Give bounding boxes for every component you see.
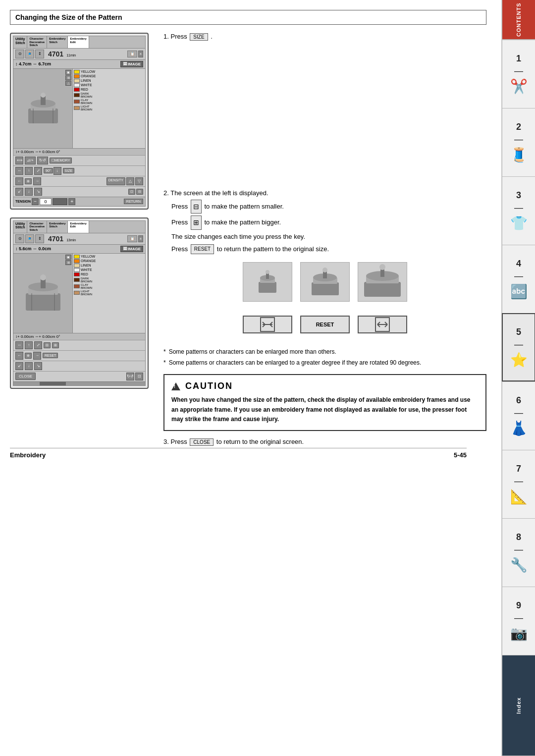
ms1-btn-down-r[interactable]: ↘: [34, 188, 42, 196]
step-2-line1: Press ⊟ to make the pattern smaller.: [171, 200, 486, 214]
sidebar-tab-contents[interactable]: CONTENTS: [502, 0, 535, 40]
step-2-line4: Press RESET to return the pattern to the…: [171, 244, 486, 255]
size-img-small: [243, 262, 292, 302]
ms1-tension-value: 0: [40, 198, 52, 205]
ms1-btn-right[interactable]: →: [33, 177, 41, 185]
ms1-time: 11min: [66, 54, 76, 57]
ms1-btn-up[interactable]: ↑: [25, 167, 33, 175]
ms2-btn-row-1: ↔ ↑ ⤢ ⊟ ⊞: [13, 340, 145, 350]
sidebar-tab-5[interactable]: 5 — ⭐: [502, 313, 535, 381]
sidebar-tab-8[interactable]: 8 — 🔧: [502, 518, 535, 587]
sidebar-tab-7[interactable]: 7 — 📐: [502, 450, 535, 518]
ms1-return-btn[interactable]: RETURN: [124, 199, 143, 204]
caution-triangle-icon: !: [171, 382, 180, 390]
close-button-ref[interactable]: CLOSE: [190, 438, 214, 446]
ms1-btn-row-3: ← ⊕ → DENSITY △ ▽: [13, 176, 145, 186]
sidebar-tab-3[interactable]: 3 — 👕: [502, 176, 535, 245]
caution-box: ! CAUTION When you have changed the size…: [163, 374, 486, 431]
bullet-notes: * Some patterns or characters can be enl…: [163, 347, 486, 367]
ms2-center-btn[interactable]: ⊕: [25, 353, 32, 359]
ms2-btn-down-r[interactable]: ↘: [34, 362, 42, 370]
ms1-corner-btn-1[interactable]: ⊡: [128, 189, 135, 195]
ms1-main: ▣ ⊞ △ YELLOW ORANGE LINEN WHITE RED: [13, 69, 145, 148]
ms2-btn-right[interactable]: →: [33, 352, 41, 360]
ms1-icon-b: ⊞: [65, 75, 71, 80]
ms1-btn-rotate[interactable]: ↻↺: [37, 157, 48, 164]
ms2-rotate-icon[interactable]: ↻↺: [126, 373, 134, 380]
ms1-density-btn[interactable]: DENSITY: [107, 177, 125, 185]
ms1-center-btn[interactable]: ⊕: [25, 178, 32, 184]
ms2-enlarge-btn[interactable]: ⊞: [52, 342, 59, 348]
ms1-size-btn[interactable]: SIZE: [63, 168, 75, 173]
ms1-image-btn[interactable]: 🖼 IMAGE: [120, 61, 143, 67]
ms2-btn-down-l[interactable]: ↙: [15, 362, 23, 370]
size-enlarge-btn[interactable]: [358, 316, 407, 333]
ms2-close-btn[interactable]: CLOSE: [15, 373, 36, 380]
ms1-btn-row-4: ↙ ↓ ↘ ⊡ ⊟: [13, 186, 145, 197]
ms1-tension-row: TENSION − 0 + RETURN: [13, 197, 145, 206]
ms1-btn-down-l[interactable]: ↙: [15, 188, 23, 196]
caution-title: ! CAUTION: [171, 381, 479, 391]
svg-rect-19: [312, 282, 339, 295]
ms2-tab-utility: UtilityStitch: [13, 221, 27, 233]
ms2-btn-down-c[interactable]: ↓: [25, 362, 33, 370]
ms1-up-arrow-2[interactable]: △: [126, 177, 134, 185]
ms2-shrink-btn[interactable]: ⊟: [44, 342, 51, 348]
ms1-icon-vert: ⇕: [35, 50, 44, 58]
ms1-tension-plus[interactable]: +: [68, 198, 75, 205]
shrink-button-ref[interactable]: ⊟: [191, 200, 202, 214]
size-shrink-btn[interactable]: [243, 316, 292, 333]
ms2-btn-up[interactable]: ↑: [25, 341, 33, 349]
section-title: Changing the Size of the Pattern: [10, 10, 486, 25]
ms1-memory-btn[interactable]: ☐MEMORY: [50, 158, 72, 163]
bullet-note-2: * Some patterns or characters can be enl…: [163, 358, 486, 367]
ms1-down-arrow-2[interactable]: ▽: [135, 177, 143, 185]
instructions-col: 1. Press SIZE . 2. The screen at the lef…: [163, 33, 486, 454]
ms1-btn-flip-v[interactable]: ⤢: [34, 167, 42, 175]
ms1-btn-plus-minus[interactable]: ⊿/+: [25, 157, 36, 164]
reset-button-ref[interactable]: RESET: [191, 244, 214, 254]
bullet-note-1: * Some patterns or characters can be enl…: [163, 347, 486, 356]
main-content: Changing the Size of the Pattern Utility…: [0, 0, 501, 464]
svg-point-4: [41, 93, 46, 98]
ms1-colors: YELLOW ORANGE LINEN WHITE RED DARKBROWN …: [73, 69, 145, 148]
ms2-reset-btn[interactable]: RESET: [43, 353, 58, 358]
ms1-side-icons: ▣ ⊞ △: [65, 70, 71, 86]
sidebar-tab-9[interactable]: 9 — 📷: [502, 587, 535, 655]
top-section: UtilityStitch CharacterDecorativeStitch …: [10, 33, 486, 454]
ms1-down-arrow[interactable]: ↓: [54, 167, 61, 175]
ms1-bottom-bar: ↕+ 0.00cm ↔+ 0.00cm 0°: [13, 148, 145, 155]
ms1-embroidery-image: [21, 86, 65, 131]
sidebar-tab-index[interactable]: Index: [502, 655, 535, 756]
sidebar-tab-1[interactable]: 1 — ✂️: [502, 40, 535, 108]
ms1-90-btn[interactable]: 90°: [44, 168, 53, 173]
ms1-resize-btns: DENSITY △ ▽: [107, 177, 143, 185]
footer-section-label: Embroidery: [10, 451, 46, 459]
ms2-icon-thread: 🧵: [25, 234, 34, 243]
ms1-bar-icon: 8: [138, 51, 143, 57]
ms2-btn-flip-h[interactable]: ↔: [15, 341, 23, 349]
ms1-top-right-icon: 📋: [127, 51, 137, 57]
ms2-btn-left[interactable]: ←: [15, 352, 23, 360]
ms1-tab-character: CharacterDecorativeStitch: [27, 36, 47, 48]
ms1-btn-flip-h[interactable]: ↔: [15, 167, 23, 175]
sidebar-tab-2[interactable]: 2 — 🧵: [502, 108, 535, 176]
ms1-btn-down-c[interactable]: ↓: [25, 188, 33, 196]
ms2-btn-flip-v[interactable]: ⤢: [34, 341, 42, 349]
sidebar-tab-6[interactable]: 6 — 👗: [502, 381, 535, 450]
size-reset-btn-example[interactable]: RESET: [300, 316, 350, 333]
ms1-corner-btn-2[interactable]: ⊟: [136, 189, 143, 195]
ms1-tension-minus[interactable]: −: [32, 198, 39, 205]
size-button-ref[interactable]: SIZE: [190, 33, 208, 41]
ms1-tab-utility: UtilityStitch: [13, 36, 27, 48]
ms1-btn-left[interactable]: ←: [15, 177, 23, 185]
svg-point-28: [379, 264, 385, 270]
ms1-btn-mirror[interactable]: ⟺: [15, 157, 23, 164]
sidebar-tab-4[interactable]: 4 — 🔤: [502, 245, 535, 313]
enlarge-button-ref[interactable]: ⊞: [191, 216, 202, 229]
svg-point-23: [322, 268, 327, 272]
svg-rect-14: [259, 282, 276, 293]
ms2-image-btn[interactable]: 🖼 IMAGE: [120, 246, 143, 252]
ms2-resize-icon[interactable]: ⊡: [135, 373, 143, 380]
ms1-tab-embroidery-stitch: EmbroideryStitch: [47, 36, 68, 48]
